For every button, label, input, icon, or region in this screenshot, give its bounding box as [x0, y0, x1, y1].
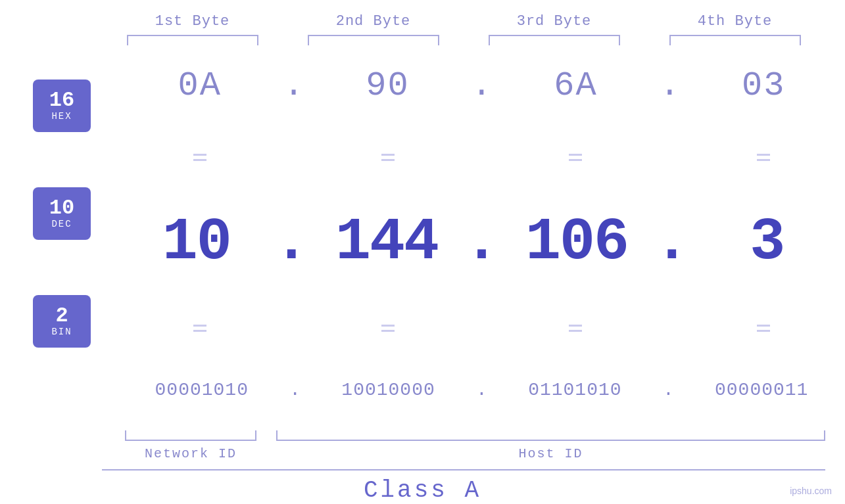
dec-badge-number: 10 — [49, 198, 74, 219]
class-label: Class A — [0, 477, 845, 504]
top-bracket-2 — [308, 35, 439, 45]
network-id-label: Network ID — [125, 446, 256, 461]
dot-hex-2: . — [471, 66, 492, 105]
eq-bars-8 — [757, 325, 770, 332]
eq-bars-7 — [569, 325, 582, 332]
eq-block-6 — [322, 325, 454, 332]
hex-row: 0A . 90 . 6A . 03 — [125, 66, 838, 105]
eq-bars-2 — [381, 154, 395, 161]
eq-block-2 — [322, 154, 454, 161]
bin-badge: 2 BIN — [33, 295, 91, 348]
hex-byte1: 0A — [134, 66, 266, 105]
hex-badge: 16 HEX — [33, 80, 91, 132]
host-bracket — [276, 430, 825, 441]
dot-bin-2: . — [476, 380, 487, 400]
dec-byte2: 144 — [321, 209, 452, 276]
equals-row-2 — [125, 318, 838, 338]
top-bracket-3 — [489, 35, 620, 45]
dot-bin-1: . — [289, 380, 301, 400]
byte4-label: 4th Byte — [663, 13, 808, 30]
eq-block-4 — [698, 154, 829, 161]
byte1-label: 1st Byte — [120, 13, 265, 30]
bracket-labels: Network ID Host ID — [0, 446, 845, 461]
content-area: 16 HEX 10 DEC 2 BIN 0A . 90 — [0, 45, 845, 428]
class-line — [102, 469, 825, 470]
bin-byte3: 01101010 — [509, 380, 640, 400]
top-bracket-4 — [669, 35, 801, 45]
eq-bars-4 — [757, 154, 770, 161]
dec-byte3: 106 — [511, 209, 642, 276]
badges-column: 16 HEX 10 DEC 2 BIN — [33, 45, 125, 428]
top-brackets — [0, 35, 845, 45]
eq-block-1 — [134, 154, 266, 161]
host-id-label: Host ID — [276, 446, 825, 461]
bin-row: 00001010 . 10010000 . 01101010 . 0000001… — [125, 380, 838, 400]
byte2-label: 2nd Byte — [301, 13, 446, 30]
dec-badge-label: DEC — [51, 219, 72, 229]
dot-dec-3: . — [654, 209, 690, 276]
eq-bars-6 — [381, 325, 395, 332]
dot-hex-3: . — [660, 66, 680, 105]
top-bracket-1 — [127, 35, 258, 45]
dot-dec-2: . — [464, 209, 499, 276]
equals-row-1 — [125, 147, 838, 167]
dot-bin-3: . — [663, 380, 674, 400]
bin-badge-number: 2 — [55, 306, 68, 327]
bin-byte1: 00001010 — [136, 380, 268, 400]
eq-block-8 — [698, 325, 829, 332]
network-bracket — [125, 430, 256, 441]
values-grid: 0A . 90 . 6A . 03 — [125, 45, 838, 428]
hex-badge-label: HEX — [51, 111, 72, 122]
dec-byte1: 10 — [131, 209, 262, 276]
dec-row: 10 . 144 . 106 . 3 — [125, 209, 838, 276]
eq-bars-3 — [569, 154, 582, 161]
watermark: ipshu.com — [790, 486, 832, 496]
hex-byte2: 90 — [322, 66, 454, 105]
hex-badge-number: 16 — [49, 90, 74, 111]
eq-bars-5 — [193, 325, 206, 332]
eq-bars-1 — [193, 154, 206, 161]
main-container: 1st Byte 2nd Byte 3rd Byte 4th Byte 16 H… — [0, 0, 845, 504]
dec-badge: 10 DEC — [33, 187, 91, 240]
dec-byte4: 3 — [701, 209, 833, 276]
hex-byte3: 6A — [510, 66, 641, 105]
bin-byte4: 00000011 — [696, 380, 827, 400]
eq-block-3 — [510, 154, 641, 161]
eq-block-7 — [510, 325, 641, 332]
bin-badge-label: BIN — [51, 327, 72, 337]
dot-dec-1: . — [274, 209, 309, 276]
hex-byte4: 03 — [698, 66, 829, 105]
class-line-container — [0, 469, 845, 470]
bin-byte2: 10010000 — [323, 380, 454, 400]
byte-headers: 1st Byte 2nd Byte 3rd Byte 4th Byte — [0, 0, 845, 30]
eq-block-5 — [134, 325, 266, 332]
byte3-label: 3rd Byte — [482, 13, 627, 30]
dot-hex-1: . — [283, 66, 304, 105]
bottom-brackets-container — [0, 430, 845, 441]
